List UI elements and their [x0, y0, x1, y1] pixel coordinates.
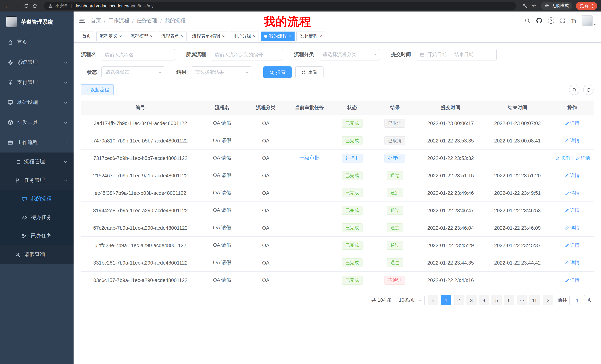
tag-item[interactable]: 流程表单 × — [158, 31, 187, 41]
close-icon[interactable]: × — [119, 34, 122, 38]
back-icon[interactable]: ← — [4, 3, 10, 9]
refresh-table-button[interactable] — [583, 85, 594, 95]
cell-id: 67c2eaab-7b9a-11ec-a290-acde48001122 — [81, 225, 200, 231]
sidebar-item-infra[interactable]: 基础设施 — [0, 92, 74, 112]
cell-submit-time: 2022-01-22 23:44:35 — [417, 260, 484, 266]
cell-process-name: OA 请假 — [200, 207, 244, 214]
sidebar-item-system[interactable]: 系统管理 — [0, 52, 74, 72]
sidebar-item-task-mgmt[interactable]: 任务管理 — [0, 171, 74, 190]
prev-page-button[interactable] — [428, 295, 438, 305]
sidebar-item-dev[interactable]: 研发工具 — [0, 112, 74, 133]
detail-link[interactable]: 详情 — [565, 277, 580, 283]
result-badge: 处理中 — [384, 153, 405, 163]
sidebar-item-my-process[interactable]: 我的流程 — [0, 190, 74, 208]
tag-item[interactable]: 流程定义 × — [96, 31, 125, 41]
sidebar-item-workflow[interactable]: 工作流程 — [0, 133, 74, 153]
cell-category: OA — [244, 138, 287, 144]
detail-link[interactable]: 详情 — [576, 155, 590, 161]
user-menu[interactable]: ▾ — [582, 15, 596, 26]
next-page-button[interactable] — [543, 295, 553, 305]
url-path: /bpm/task/my — [128, 3, 154, 8]
browser-menu-icon[interactable]: ⋮ — [590, 3, 595, 9]
tag-item[interactable]: 流程表单-编辑 × — [189, 31, 228, 41]
fullscreen-icon[interactable] — [560, 18, 566, 24]
submit-time-range-picker[interactable]: 开始日期 - 结束日期 — [415, 49, 496, 60]
table-row: 2152467e-7b9b-11ec-9a1b-acde48001122 OA … — [81, 167, 594, 184]
breadcrumb-item[interactable]: 首页 — [91, 17, 101, 24]
cancel-link[interactable]: 取消 — [555, 155, 570, 161]
breadcrumb-item[interactable]: 任务管理 — [137, 17, 158, 24]
plus-icon: + — [86, 87, 89, 92]
process-name-input[interactable] — [100, 49, 175, 60]
detail-link[interactable]: 详情 — [565, 225, 580, 231]
detail-link[interactable]: 详情 — [565, 242, 580, 249]
sidebar-item-pay[interactable]: 支付管理 — [0, 72, 74, 92]
detail-link[interactable]: 详情 — [565, 190, 580, 196]
chevron-down-icon — [63, 160, 68, 164]
gear-icon — [7, 59, 13, 65]
toggle-search-button[interactable] — [569, 85, 580, 95]
close-icon[interactable]: × — [320, 34, 322, 38]
avatar[interactable] — [582, 15, 593, 26]
browser-update-button[interactable]: 更新 ⋮ — [576, 2, 597, 10]
tag-item[interactable]: 我的流程 × — [261, 31, 295, 41]
sidebar-item-done-tasks[interactable]: 已办任务 — [0, 227, 74, 245]
close-icon[interactable]: × — [253, 34, 256, 38]
tag-item[interactable]: 用户分组 × — [230, 31, 259, 41]
page-button[interactable]: 11 — [529, 295, 540, 305]
detail-link[interactable]: 详情 — [565, 137, 580, 144]
detail-link[interactable]: 详情 — [565, 259, 580, 266]
page-button[interactable]: ··· — [517, 295, 527, 305]
create-process-button[interactable]: + 发起流程 — [81, 84, 114, 95]
detail-link[interactable]: 详情 — [565, 207, 580, 213]
page-button[interactable]: 5 — [491, 295, 502, 305]
close-icon[interactable]: × — [181, 34, 183, 38]
current-task-link[interactable]: 一级审批 — [299, 155, 320, 161]
tag-item[interactable]: 首页 — [79, 31, 94, 41]
bookmark-star-icon[interactable]: ☆ — [531, 3, 538, 9]
help-icon[interactable]: ? — [548, 18, 554, 24]
cell-end-time: 2022-01-22 23:45:37 — [484, 242, 551, 248]
tag-item[interactable]: 发起流程 × — [296, 31, 325, 41]
result-select[interactable]: 请选择流结果 — [191, 67, 252, 78]
page-button[interactable]: 1 — [441, 295, 451, 305]
key-icon[interactable] — [522, 3, 527, 8]
forward-icon[interactable]: → — [14, 3, 20, 9]
github-icon[interactable] — [536, 18, 542, 24]
search-icon[interactable] — [524, 18, 530, 24]
sidebar-item-home[interactable]: 首页 — [0, 32, 74, 52]
hamburger-icon[interactable] — [79, 17, 85, 24]
close-icon[interactable]: × — [222, 34, 225, 38]
sidebar-item-process-mgmt[interactable]: 流程管理 — [0, 153, 74, 171]
url-security-label: 不安全 — [55, 3, 68, 9]
process-definition-input[interactable] — [210, 49, 283, 60]
detail-link[interactable]: 详情 — [565, 120, 580, 126]
close-icon[interactable]: × — [289, 34, 291, 38]
search-button[interactable]: 搜索 — [263, 67, 291, 78]
sidebar-item-leave-query[interactable]: 请假查询 — [0, 245, 74, 264]
reload-icon[interactable] — [24, 3, 29, 8]
column-header: 编号 — [81, 104, 200, 111]
address-bar[interactable]: 不安全 | dashboard.yudao.iocoder.cn/bpm/tas… — [44, 2, 516, 10]
home-icon[interactable] — [32, 3, 38, 8]
reset-button[interactable]: 重置 — [295, 67, 323, 78]
page-button[interactable]: 4 — [479, 295, 489, 305]
close-icon[interactable]: × — [150, 34, 153, 38]
detail-link[interactable]: 详情 — [565, 172, 580, 179]
tag-item[interactable]: 流程模型 × — [127, 31, 156, 41]
sidebar-item-todo-tasks[interactable]: 待办任务 — [0, 208, 74, 227]
category-select[interactable]: 请选择流程分类 — [319, 49, 380, 60]
goto-page-input[interactable] — [570, 295, 585, 305]
breadcrumb-item[interactable]: 工作流程 — [109, 17, 129, 24]
search-icon — [269, 70, 274, 75]
page-size-select[interactable]: 10条/页 — [396, 295, 425, 305]
status-select[interactable]: 请选择状态 — [101, 67, 165, 78]
pagination-total: 共 104 条 — [371, 297, 392, 304]
status-badge: 已完成 — [342, 119, 362, 128]
cell-actions: 详情 — [551, 137, 594, 144]
page-button[interactable]: 2 — [453, 295, 464, 305]
page-button[interactable]: 3 — [466, 295, 477, 305]
cell-id: 819442e8-7b9a-11ec-a290-acde48001122 — [81, 208, 200, 213]
font-size-icon[interactable]: TT — [571, 18, 576, 24]
page-button[interactable]: 6 — [504, 295, 514, 305]
